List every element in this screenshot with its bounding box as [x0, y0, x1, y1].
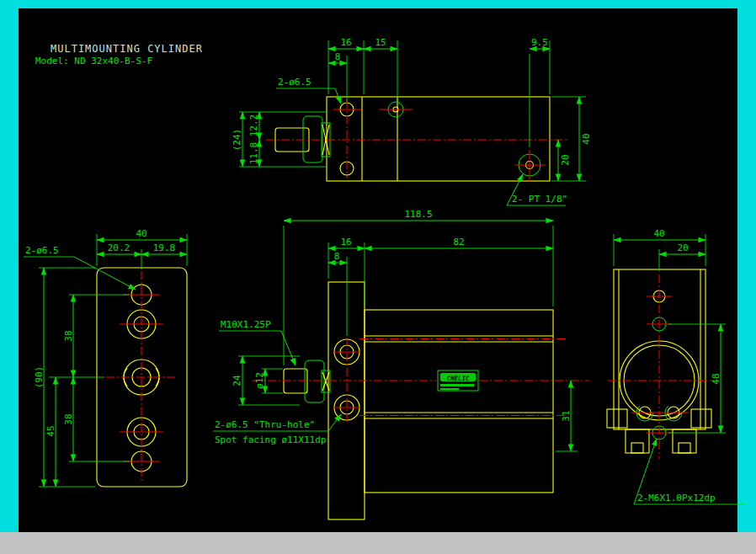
- dim-12-2: 12.2: [248, 115, 259, 137]
- brand-subtext-bar-1: [440, 384, 474, 386]
- dim-15: 15: [375, 37, 386, 48]
- dim-11-8: 11.8: [248, 142, 259, 165]
- dim-20-right: 20: [677, 242, 688, 253]
- dim-16: 16: [340, 37, 351, 48]
- dim-40: 40: [581, 133, 592, 144]
- label-spot-facing: Spot facing ø11X11dp: [215, 434, 326, 445]
- brand-subtext-bar-2: [440, 388, 459, 390]
- brand-logo: CHELIC: [446, 375, 470, 382]
- label-holes-left: 2-ø6.5: [25, 245, 59, 256]
- dim-90-paren: (90): [34, 366, 45, 389]
- dim-9-5: 9.5: [531, 37, 548, 48]
- label-holes-top: 2-ø6.5: [278, 77, 311, 88]
- drawing-area: [19, 8, 737, 532]
- cad-drawing-canvas: MULTIMOUNTING CYLINDER Model: ND 32x40-B…: [0, 0, 756, 554]
- label-m6-holes: 2-M6X1.0Px12dp: [637, 493, 716, 503]
- cad-drawing-window: MULTIMOUNTING CYLINDER Model: ND 32x40-B…: [0, 0, 756, 554]
- dim-8-front: 8: [334, 251, 340, 262]
- label-port: 2- PT 1/8": [512, 194, 567, 205]
- label-rod-thread: M10X1.25P: [221, 319, 271, 330]
- dim-38-lower: 38: [63, 413, 74, 424]
- dim-82: 82: [453, 237, 464, 248]
- drawing-title: MULTIMOUNTING CYLINDER: [51, 43, 203, 55]
- dim-24-front: 24: [232, 375, 242, 386]
- dim-rod-dia: ø12: [254, 372, 265, 389]
- dim-40-right: 40: [653, 228, 664, 239]
- dim-16-front: 16: [340, 237, 351, 248]
- dim-31: 31: [561, 410, 572, 421]
- dim-8: 8: [335, 51, 341, 62]
- dim-40-left: 40: [136, 228, 146, 239]
- dim-20: 20: [560, 154, 571, 165]
- dim-19-8: 19.8: [153, 242, 176, 253]
- dim-38-upper: 38: [63, 330, 74, 341]
- dim-24-paren: (24): [232, 129, 242, 152]
- label-thru-hole: 2-ø6.5 "Thru-hole": [215, 419, 315, 430]
- dim-48: 48: [711, 373, 721, 384]
- dim-45: 45: [45, 425, 56, 436]
- dim-118-5: 118.5: [404, 209, 432, 220]
- model-number: Model: ND 32x40-B-S-F: [35, 56, 152, 67]
- dim-20-2: 20.2: [108, 242, 130, 253]
